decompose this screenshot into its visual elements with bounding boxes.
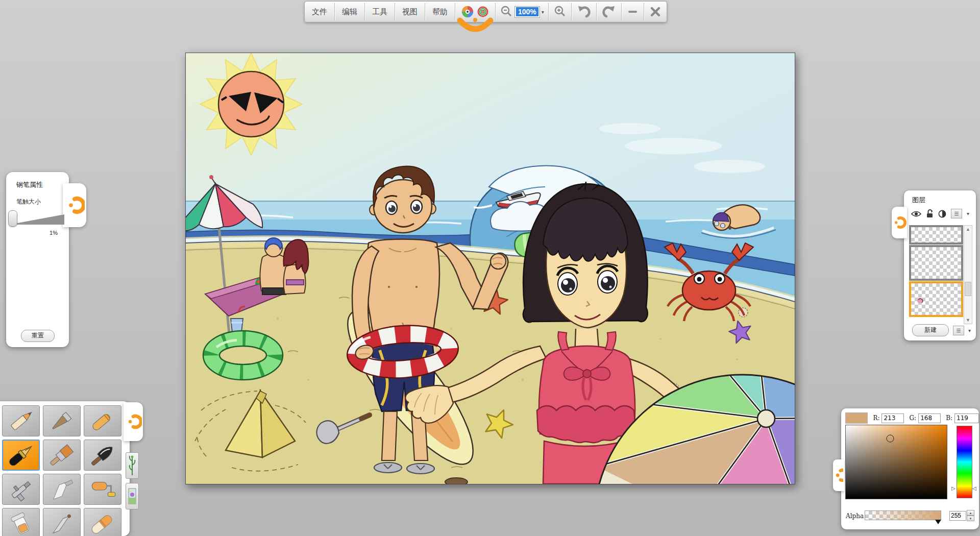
clown-smile-icon — [456, 17, 494, 37]
menu-tools[interactable]: 工具 — [365, 2, 395, 22]
brush-size-value: 1% — [6, 230, 69, 236]
alpha-slider[interactable] — [865, 510, 941, 520]
color-panel-collapse-tab[interactable] — [833, 459, 844, 491]
magnifier-plus-icon — [553, 5, 567, 18]
beach-artwork-svg — [186, 53, 795, 484]
b-label: B: — [946, 415, 952, 422]
close-icon — [650, 7, 660, 17]
redo-button[interactable] — [597, 2, 621, 22]
zoom-out-button[interactable] — [500, 5, 513, 18]
layers-panel-title: 图层 — [904, 190, 976, 205]
pen-panel-title: 钢笔属性 — [6, 172, 69, 189]
layer-list — [909, 225, 963, 318]
main-toolbar: 文件 编辑 工具 视图 帮助 — [304, 1, 667, 22]
brush-panel-collapse-tab[interactable] — [124, 402, 143, 441]
saturation-value-square[interactable] — [845, 425, 947, 499]
brush-ink-brush[interactable] — [84, 440, 121, 471]
scroll-up-icon[interactable]: ▲ — [964, 227, 972, 232]
brush-crayon[interactable] — [84, 405, 121, 436]
brush-grid — [2, 405, 121, 536]
r-input[interactable] — [881, 413, 904, 423]
clown-tab-icon — [125, 407, 142, 436]
brush-size-slider[interactable] — [8, 211, 66, 229]
clown-right-eye-icon — [476, 5, 489, 18]
brush-size-label: 笔触大小 — [6, 189, 69, 206]
layer-thumbnail-2[interactable] — [909, 245, 963, 281]
undo-button[interactable] — [572, 2, 596, 22]
pen-reset-button[interactable]: 重置 — [21, 330, 55, 342]
brush-fountain-pen-selected[interactable] — [2, 440, 40, 471]
blend-contrast-icon[interactable] — [938, 210, 946, 218]
paint-app-desktop: { "toolbar": { "menus": ["文件", "编辑", "工具… — [0, 0, 980, 536]
zoom-in-button[interactable] — [549, 2, 571, 22]
plant-icon — [128, 455, 136, 476]
layer-thumbnail-1[interactable] — [909, 225, 963, 245]
brush-paint-roller[interactable] — [84, 474, 121, 505]
hue-bar[interactable] — [957, 426, 972, 498]
brush-pastel-stick[interactable] — [43, 405, 81, 436]
zoom-controls: 100% ▾ — [496, 2, 548, 22]
alpha-spin-up[interactable]: ▲ — [967, 510, 974, 516]
drawing-canvas[interactable] — [185, 53, 795, 484]
zoom-level-value: 100% — [516, 7, 538, 16]
clown-face-logo — [455, 2, 495, 22]
scrollbar-thumb[interactable] — [965, 282, 971, 296]
picture-icon — [128, 485, 136, 507]
clown-left-eye-icon — [461, 5, 474, 18]
layer-sketch-mark — [915, 296, 925, 306]
alpha-label: Alpha — [846, 513, 864, 520]
buried-toy — [445, 478, 468, 484]
zoom-dropdown-caret[interactable]: ▾ — [542, 9, 544, 15]
brush-eraser[interactable] — [84, 508, 121, 536]
alpha-marker[interactable] — [935, 520, 941, 524]
alpha-spin-down[interactable]: ▼ — [967, 516, 974, 521]
g-label: G: — [909, 415, 916, 422]
brush-flat-brush[interactable] — [43, 440, 81, 471]
green-swim-ring — [203, 331, 283, 380]
plant-sticker-button[interactable] — [126, 452, 139, 479]
minimize-icon — [628, 11, 637, 13]
menu-file[interactable]: 文件 — [305, 2, 334, 22]
brush-palette-panel — [0, 401, 130, 536]
brush-palette-knife[interactable] — [43, 474, 81, 505]
menu-view[interactable]: 视图 — [395, 2, 425, 22]
pen-properties-panel: 钢笔属性 笔触大小 1% 重置 — [6, 172, 69, 347]
hue-marker-left-icon[interactable]: ▷ — [951, 486, 955, 491]
layer-thumbnail-3-active[interactable] — [909, 281, 963, 317]
current-color-swatch — [845, 412, 868, 424]
g-input[interactable] — [918, 413, 941, 423]
visibility-eye-icon[interactable] — [911, 210, 921, 217]
layers-options-caret[interactable]: ▾ — [968, 328, 971, 333]
brush-size-slider-thumb[interactable] — [8, 210, 17, 227]
brush-paint-jar[interactable] — [2, 508, 40, 536]
layer-scrollbar[interactable]: ▲ ▼ — [964, 225, 972, 324]
layers-panel: 图层 ☰ ▾ ▲ ▼ 新建 ☰ ▾ — [904, 190, 976, 340]
brush-pencil[interactable] — [2, 405, 40, 436]
zoom-level-field[interactable]: 100% — [514, 6, 540, 18]
close-button[interactable] — [644, 2, 667, 22]
menu-help[interactable]: 帮助 — [425, 2, 455, 22]
alpha-input[interactable] — [949, 511, 966, 521]
color-picker-panel: R: G: B: ▷ ◁ Alpha ▲ ▼ — [841, 408, 979, 529]
b-input[interactable] — [954, 413, 979, 423]
minimize-button[interactable] — [622, 2, 644, 22]
hue-marker-right-icon[interactable]: ◁ — [972, 486, 976, 491]
scroll-down-icon[interactable]: ▼ — [964, 318, 972, 323]
alpha-gradient — [865, 511, 941, 520]
layers-options-button[interactable]: ☰ — [953, 326, 964, 335]
layer-menu-button[interactable]: ☰ — [951, 209, 962, 218]
sv-cursor[interactable] — [887, 434, 894, 442]
brush-liner-pen[interactable] — [43, 508, 81, 536]
menu-edit[interactable]: 编辑 — [335, 2, 364, 22]
clown-tab-icon — [834, 461, 843, 489]
r-label: R: — [873, 415, 879, 422]
undo-arrow-icon — [577, 5, 591, 18]
picture-sticker-button[interactable] — [126, 483, 139, 509]
brush-airbrush[interactable] — [2, 474, 40, 505]
unlock-icon[interactable] — [926, 209, 934, 218]
redo-arrow-icon — [602, 5, 616, 18]
new-layer-button[interactable]: 新建 — [912, 324, 949, 336]
layer-menu-caret[interactable]: ▾ — [967, 211, 969, 216]
